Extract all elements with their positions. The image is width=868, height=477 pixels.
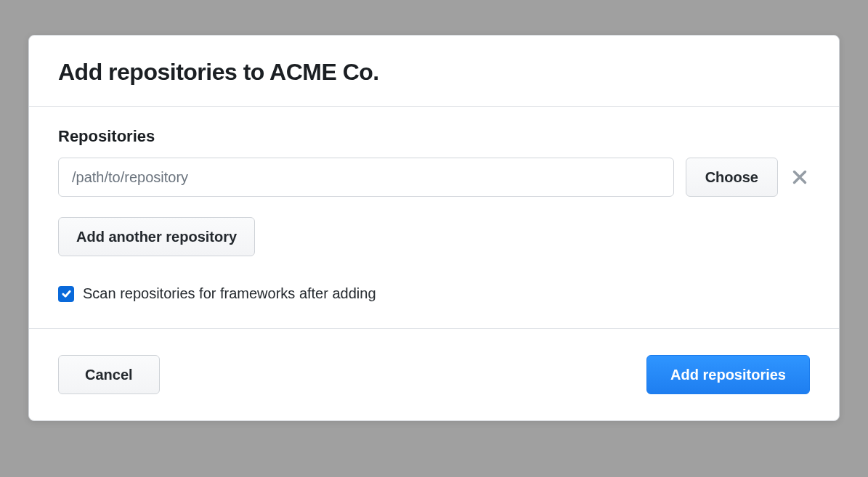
scan-checkbox-row: Scan repositories for frameworks after a… [58,285,810,302]
add-another-repository-button[interactable]: Add another repository [58,217,255,256]
dialog-footer: Cancel Add repositories [29,329,839,420]
repositories-label: Repositories [58,127,810,146]
dialog-title: Add repositories to ACME Co. [58,59,810,86]
choose-button[interactable]: Choose [686,158,778,197]
remove-repository-icon[interactable] [790,167,810,187]
dialog-body: Repositories Choose Add another reposito… [29,107,839,329]
scan-frameworks-label[interactable]: Scan repositories for frameworks after a… [83,285,376,302]
close-icon [792,170,807,184]
dialog-header: Add repositories to ACME Co. [29,36,839,107]
cancel-button[interactable]: Cancel [58,355,160,394]
repository-row: Choose [58,158,810,197]
repository-path-input[interactable] [58,158,674,197]
scan-frameworks-checkbox[interactable] [58,286,74,302]
check-icon [61,288,72,299]
add-repositories-button[interactable]: Add repositories [646,355,810,394]
add-repositories-dialog: Add repositories to ACME Co. Repositorie… [28,35,840,421]
